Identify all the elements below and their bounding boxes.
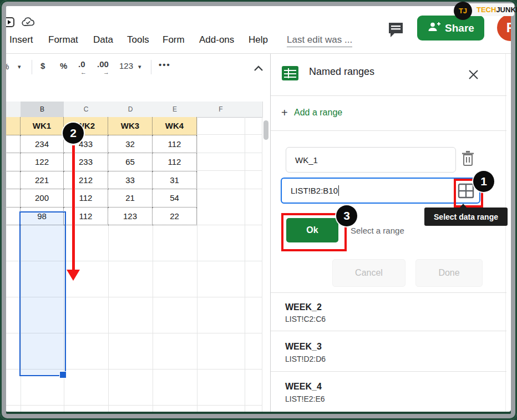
- cell[interactable]: 112: [64, 189, 108, 208]
- table-row: 98 112 123 22: [6, 208, 197, 226]
- column-header-e[interactable]: E: [153, 102, 197, 118]
- cell[interactable]: 233: [64, 153, 108, 171]
- panel-title: Named ranges: [309, 66, 374, 78]
- tooltip-label: Select data range: [434, 212, 498, 221]
- panel-divider: [271, 95, 506, 96]
- cell[interactable]: 65: [108, 153, 153, 171]
- cancel-button[interactable]: Cancel: [332, 259, 406, 287]
- cell-wk1[interactable]: WK1: [21, 117, 64, 135]
- menu-format[interactable]: Format: [48, 34, 78, 45]
- sheet-scrollbar-thumb[interactable]: [263, 120, 268, 140]
- cell[interactable]: [6, 117, 21, 135]
- menu-tools[interactable]: Tools: [127, 34, 149, 45]
- currency-format-button[interactable]: $: [40, 61, 45, 70]
- cell[interactable]: 122: [21, 153, 64, 171]
- range-name-input[interactable]: WK_1: [286, 147, 456, 173]
- cell[interactable]: 31: [153, 171, 197, 190]
- step-badge-1: 1: [473, 171, 494, 192]
- done-button[interactable]: Done: [415, 259, 483, 287]
- ok-button[interactable]: Ok: [286, 218, 338, 242]
- cell[interactable]: [6, 153, 21, 171]
- cell[interactable]: 54: [153, 189, 197, 208]
- table-row: 122 233 65 112: [6, 153, 197, 171]
- cell[interactable]: 234: [21, 135, 64, 154]
- cancel-label: Cancel: [355, 268, 383, 278]
- cell[interactable]: 22: [153, 208, 197, 226]
- menu-help[interactable]: Help: [249, 34, 268, 45]
- comment-icon[interactable]: [387, 21, 404, 41]
- logo-text-junkie: JUNKIE: [496, 6, 517, 14]
- select-data-range-icon[interactable]: [458, 183, 474, 201]
- decrease-decimal-button[interactable]: .0: [78, 59, 85, 69]
- column-header-c[interactable]: C: [64, 102, 109, 118]
- named-range-entry-name[interactable]: WEEK_2: [285, 302, 322, 312]
- last-edit-link[interactable]: Last edit was ...: [287, 34, 352, 47]
- named-range-entry-range: LIST!C2:C6: [285, 315, 326, 323]
- fill-handle[interactable]: [59, 371, 67, 378]
- column-header-g[interactable]: [245, 102, 263, 118]
- column-header-d[interactable]: D: [108, 102, 153, 118]
- close-icon[interactable]: [468, 69, 479, 82]
- account-avatar[interactable]: F: [497, 14, 511, 41]
- panel-scroll-track: [505, 54, 506, 412]
- delete-range-icon[interactable]: [460, 150, 475, 169]
- gridline: [262, 117, 262, 412]
- avatar-letter: F: [506, 20, 511, 36]
- cell[interactable]: 33: [108, 171, 153, 190]
- share-button[interactable]: Share: [417, 16, 484, 41]
- more-formats-button[interactable]: 123: [119, 61, 133, 70]
- gridline: [245, 117, 245, 412]
- menu-form[interactable]: Form: [163, 34, 185, 45]
- cell[interactable]: [6, 171, 21, 190]
- cell[interactable]: 21: [108, 189, 153, 208]
- column-header-a[interactable]: [6, 102, 21, 118]
- toolbar-overflow-button[interactable]: •••: [159, 60, 171, 69]
- cell[interactable]: [6, 189, 21, 208]
- menu-insert[interactable]: Insert: [9, 34, 33, 45]
- zoom-caret-icon[interactable]: ▾: [18, 63, 21, 70]
- more-formats-caret-icon[interactable]: ▾: [138, 63, 141, 70]
- named-range-entry-name[interactable]: WEEK_4: [285, 382, 322, 392]
- cell[interactable]: 112: [153, 153, 197, 171]
- annotation-arrow-line: [72, 145, 75, 271]
- increase-decimal-button[interactable]: .00: [97, 59, 109, 69]
- cell[interactable]: 221: [21, 171, 64, 190]
- named-range-entry-range: LIST!D2:D6: [285, 355, 326, 363]
- cell-wk3[interactable]: WK3: [108, 117, 153, 135]
- cell[interactable]: 200: [21, 189, 64, 208]
- cell[interactable]: 123: [108, 208, 153, 226]
- ok-label: Ok: [306, 225, 318, 235]
- named-ranges-icon: [282, 65, 299, 83]
- cell[interactable]: 98: [21, 208, 64, 226]
- named-range-entry-name[interactable]: WEEK_3: [285, 342, 322, 352]
- add-a-range-button[interactable]: Add a range: [294, 108, 342, 118]
- cell[interactable]: [6, 208, 21, 226]
- menu-divider: [6, 53, 511, 54]
- cell[interactable]: 112: [64, 208, 108, 226]
- toolbar-fragment: %: [6, 62, 9, 71]
- panel-divider: [271, 371, 506, 372]
- table-row: WK1 WK2 WK3 WK4: [6, 117, 197, 135]
- toolbar-separator: [32, 60, 32, 74]
- cell[interactable]: 212: [64, 171, 108, 190]
- decrease-decimal-arrow-icon: ←: [80, 69, 87, 75]
- cell[interactable]: [6, 135, 21, 154]
- panel-divider: [271, 331, 506, 331]
- present-icon[interactable]: [6, 17, 14, 30]
- panel-divider: [271, 292, 506, 293]
- badge-label: 2: [70, 126, 77, 140]
- column-header-b[interactable]: B: [21, 102, 64, 118]
- cell[interactable]: 32: [108, 135, 153, 154]
- tooltip: Select data range: [424, 208, 508, 226]
- cell[interactable]: 112: [153, 135, 197, 154]
- column-header-f[interactable]: F: [197, 102, 245, 118]
- cloud-saved-icon[interactable]: [21, 17, 36, 31]
- menu-data[interactable]: Data: [93, 34, 113, 45]
- step-badge-3: 3: [336, 205, 357, 226]
- percent-format-button[interactable]: %: [60, 61, 67, 70]
- collapse-toolbar-icon[interactable]: [254, 64, 263, 74]
- range-reference-input[interactable]: LIST!B2:B10: [281, 178, 480, 204]
- cell-wk4[interactable]: WK4: [153, 117, 197, 135]
- menu-addons[interactable]: Add-ons: [199, 34, 234, 45]
- done-label: Done: [438, 268, 459, 278]
